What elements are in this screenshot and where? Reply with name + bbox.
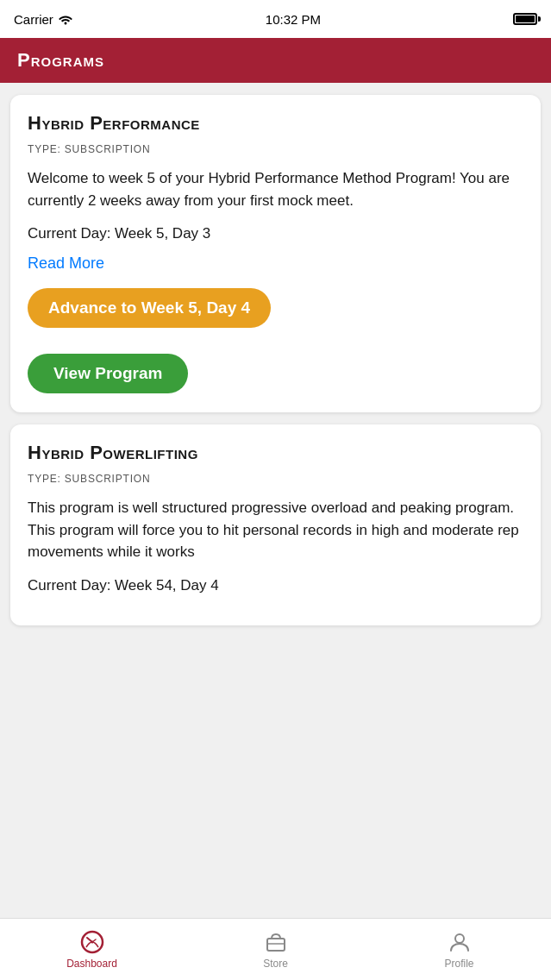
- page-title: Programs: [17, 49, 104, 72]
- nav-item-store[interactable]: Store: [184, 930, 367, 970]
- program-title-2: Hybrid Powerlifting: [28, 442, 523, 464]
- program-type-1: Type: Subscription: [28, 143, 523, 155]
- wifi-icon: [58, 13, 73, 25]
- main-content: Hybrid Performance Type: Subscription We…: [0, 83, 551, 638]
- program-card-hybrid-powerlifting: Hybrid Powerlifting Type: Subscription T…: [10, 424, 541, 625]
- profile-label: Profile: [444, 958, 473, 970]
- view-program-button-1[interactable]: View Program: [28, 354, 188, 393]
- time-display: 10:32 PM: [266, 12, 321, 27]
- program-card-hybrid-performance: Hybrid Performance Type: Subscription We…: [10, 95, 541, 412]
- dashboard-icon: [79, 930, 105, 954]
- card-buttons-1: Advance to Week 5, Day 4 View Program: [28, 288, 523, 393]
- program-desc-1: Welcome to week 5 of your Hybrid Perform…: [28, 167, 523, 211]
- carrier-text: Carrier: [14, 12, 53, 27]
- svg-rect-2: [267, 939, 285, 951]
- nav-item-dashboard[interactable]: Dashboard: [0, 930, 184, 970]
- program-title-1: Hybrid Performance: [28, 112, 523, 135]
- program-type-2: Type: Subscription: [28, 473, 523, 485]
- carrier-info: Carrier: [14, 12, 73, 27]
- nav-item-profile[interactable]: Profile: [367, 930, 551, 970]
- program-desc-2: This program is well structured progress…: [28, 497, 523, 563]
- dashboard-label: Dashboard: [66, 958, 117, 970]
- status-bar: Carrier 10:32 PM: [0, 0, 551, 38]
- store-icon: [263, 930, 289, 954]
- page-header: Programs: [0, 38, 551, 83]
- svg-point-4: [455, 934, 464, 943]
- profile-icon: [447, 930, 473, 954]
- read-more-link-1[interactable]: Read More: [28, 254, 104, 273]
- battery-icon: [513, 13, 537, 25]
- program-current-day-2: Current Day: Week 54, Day 4: [28, 577, 523, 594]
- program-current-day-1: Current Day: Week 5, Day 3: [28, 225, 523, 242]
- advance-button-1[interactable]: Advance to Week 5, Day 4: [28, 288, 271, 328]
- bottom-nav: Dashboard Store Profile: [0, 918, 551, 980]
- store-label: Store: [263, 958, 288, 970]
